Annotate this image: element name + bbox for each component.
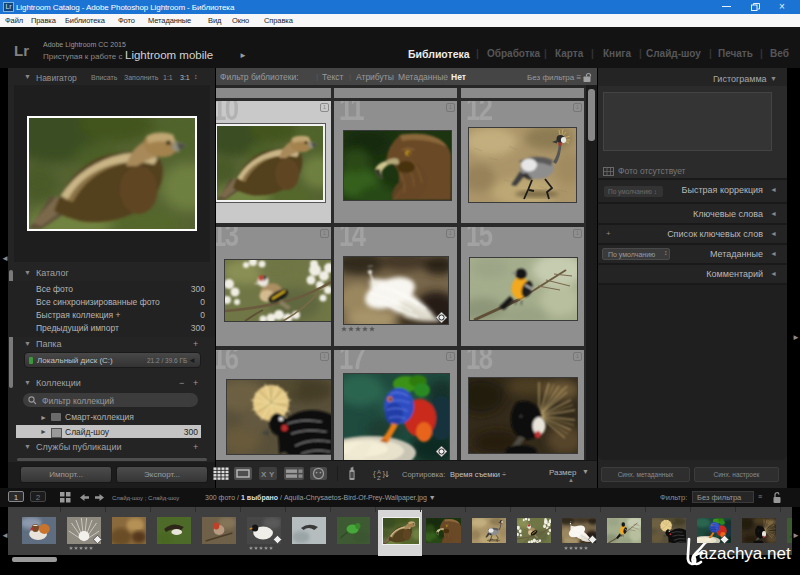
svg-text:{: { bbox=[373, 469, 376, 478]
svg-text:}: } bbox=[383, 469, 386, 478]
svg-text:X: X bbox=[261, 470, 267, 479]
svg-text:Y: Y bbox=[269, 470, 275, 479]
svg-text:Z: Z bbox=[377, 475, 381, 481]
